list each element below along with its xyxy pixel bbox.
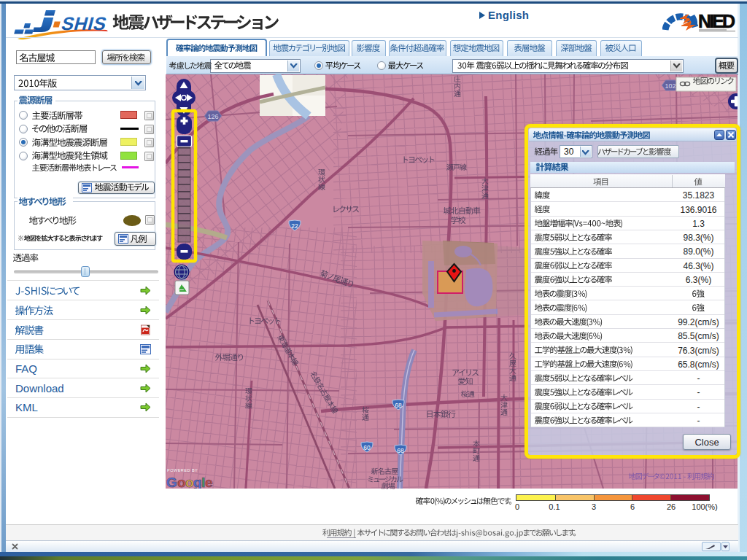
svg-text:POWERED BY: POWERED BY [167,468,198,472]
svg-text:SHIS: SHIS [59,13,108,34]
svg-text:NIED: NIED [698,11,735,31]
svg-text:o: o [177,475,186,489]
svg-text:102: 102 [665,82,676,90]
svg-text:o: o [185,475,194,489]
svg-text:e: e [205,475,213,489]
svg-text:126: 126 [207,113,218,120]
svg-text:68: 68 [397,447,404,454]
svg-text:68: 68 [395,402,402,409]
svg-text:g: g [193,475,202,489]
svg-text:G: G [166,475,177,489]
svg-text:22: 22 [291,222,298,230]
svg-text:60: 60 [363,444,371,451]
